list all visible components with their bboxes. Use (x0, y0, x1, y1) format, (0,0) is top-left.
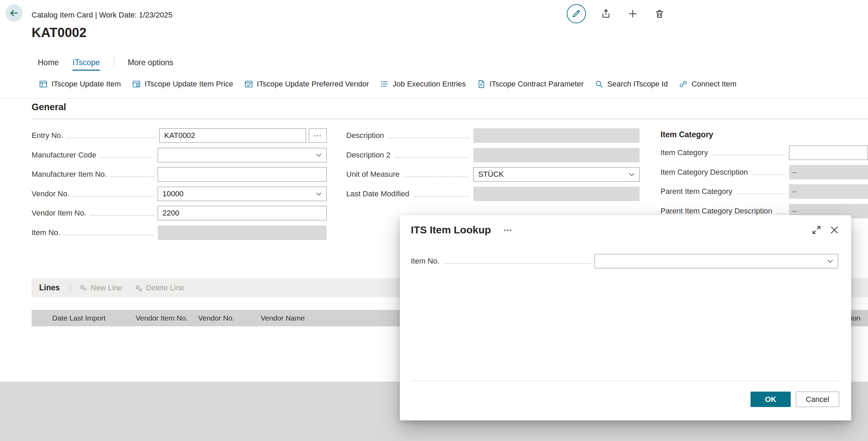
column-header-vendor-name[interactable]: Vendor Name (261, 310, 305, 326)
action-label: Job Execution Entries (393, 80, 466, 89)
field-row-last-date-modified: Last Date Modified (346, 184, 640, 204)
dotted-leader (404, 176, 469, 177)
unit-of-measure-label: Unit of Measure (346, 170, 399, 179)
column-header-date-last-import[interactable]: Date Last Import (52, 310, 105, 326)
chevron-down-icon[interactable] (628, 171, 635, 178)
general-column-left: Entry No. ... Manufacturer Code Manufact… (32, 126, 327, 242)
delete-line-label: Delete Line (146, 283, 184, 292)
dotted-leader (736, 194, 785, 194)
last-date-modified-field (473, 187, 640, 201)
dotted-leader (394, 157, 469, 158)
last-date-modified-label: Last Date Modified (346, 189, 409, 198)
dotted-leader (67, 138, 155, 138)
pencil-icon (572, 9, 581, 19)
dialog-close-button[interactable] (829, 225, 839, 235)
chevron-down-icon[interactable] (315, 151, 323, 159)
description-field (473, 128, 640, 143)
new-line-label: New Line (91, 283, 122, 292)
action-itscope-update-preferred-vendor[interactable]: ITscope Update Preferred Vendor (244, 80, 369, 89)
dialog-item-no-input[interactable] (595, 254, 838, 268)
action-ribbon: ITscope Update Item ITscope Update Item … (39, 76, 736, 93)
chevron-down-icon[interactable] (315, 190, 323, 198)
new-line-icon (79, 284, 88, 292)
arrow-left-icon (9, 8, 19, 18)
tab-itscope[interactable]: ITscope (72, 58, 100, 71)
lines-caption: Lines (39, 283, 60, 292)
ribbon-divider (0, 98, 868, 99)
action-itscope-update-item-price[interactable]: ITscope Update Item Price (132, 80, 233, 89)
field-row-vendor-no: Vendor No. (32, 184, 327, 204)
action-connect-item[interactable]: Connect Item (679, 80, 736, 89)
column-header-vendor-item-no[interactable]: Vendor Item No. (136, 310, 188, 326)
dotted-leader (712, 155, 785, 155)
field-row-item-category: Item Category (661, 143, 868, 163)
description-2-label: Description 2 (346, 151, 390, 160)
dotted-leader (64, 235, 154, 235)
item-category-group: Item Category Item Category Item Categor… (661, 126, 868, 221)
action-itscope-contract-parameter[interactable]: ITscope Contract Parameter (477, 80, 584, 89)
delete-record-button[interactable] (653, 7, 666, 21)
entry-no-input[interactable] (159, 128, 306, 143)
action-label: ITscope Update Item (52, 80, 121, 89)
field-row-item-no: Item No. (32, 223, 327, 243)
vendor-item-no-input[interactable] (158, 206, 327, 220)
column-header-vendor-no[interactable]: Vendor No. (198, 310, 234, 326)
vendor-no-input[interactable] (158, 187, 327, 201)
dialog-divider (411, 381, 839, 381)
action-itscope-update-item[interactable]: ITscope Update Item (39, 80, 121, 89)
catalog-item-card-page: Catalog Item Card | Work Date: 1/23/2025… (0, 0, 868, 441)
action-job-execution-entries[interactable]: Job Execution Entries (380, 80, 466, 89)
tab-strip: Home ITscope More options (38, 54, 187, 71)
ellipsis-icon (503, 225, 512, 235)
manufacturer-code-input[interactable] (158, 148, 327, 162)
manufacturer-item-no-label: Manufacturer Item No. (32, 170, 107, 179)
toolbar-divider (70, 283, 70, 293)
item-category-section-title: Item Category (661, 126, 868, 143)
unit-of-measure-combo[interactable] (473, 167, 640, 182)
dialog-item-no-label: Item No. (411, 257, 439, 266)
topbar-actions (567, 4, 666, 24)
description-label: Description (346, 131, 384, 140)
tab-home[interactable]: Home (38, 58, 59, 71)
update-item-price-icon (132, 80, 141, 89)
entry-no-assist-button[interactable]: ... (309, 128, 327, 143)
section-divider (32, 119, 868, 119)
item-no-label: Item No. (32, 228, 60, 237)
tab-divider (114, 58, 114, 67)
vendor-no-combo[interactable] (158, 187, 327, 201)
tab-more-options[interactable]: More options (128, 58, 173, 71)
vendor-no-label: Vendor No. (32, 189, 69, 198)
manufacturer-item-no-input[interactable] (158, 167, 327, 182)
action-search-itscope-id[interactable]: Search ITscope Id (595, 80, 668, 89)
dialog-more-options-button[interactable] (503, 225, 512, 235)
close-icon (829, 225, 839, 235)
field-row-entry-no: Entry No. ... (32, 126, 327, 146)
dialog-item-no-combo[interactable] (595, 254, 838, 268)
parent-item-category-label: Parent Item Category (661, 187, 732, 196)
new-record-button[interactable] (626, 7, 640, 21)
edit-button[interactable] (567, 4, 586, 23)
action-label: ITscope Contract Parameter (489, 80, 584, 89)
share-icon (601, 9, 611, 19)
back-button[interactable] (5, 4, 23, 22)
dialog-expand-button[interactable] (811, 225, 822, 235)
parent-item-category-field: – (789, 184, 868, 199)
unit-of-measure-input[interactable] (473, 167, 640, 182)
action-label: Connect Item (691, 80, 736, 89)
action-label: Search ITscope Id (607, 80, 668, 89)
cancel-button[interactable]: Cancel (796, 392, 839, 407)
chevron-down-icon[interactable] (826, 257, 834, 265)
share-button[interactable] (599, 7, 613, 21)
field-row-manufacturer-item-no: Manufacturer Item No. (32, 165, 327, 184)
section-title-general[interactable]: General (32, 102, 66, 113)
dotted-leader (413, 196, 469, 197)
delete-line-button[interactable]: Delete Line (135, 283, 184, 292)
update-item-icon (39, 80, 48, 89)
dotted-leader (752, 174, 785, 175)
new-line-button[interactable]: New Line (79, 283, 122, 292)
ok-button[interactable]: OK (751, 392, 791, 407)
item-category-input[interactable] (789, 146, 868, 160)
manufacturer-code-combo[interactable] (158, 148, 327, 162)
window-caption: Catalog Item Card | Work Date: 1/23/2025 (32, 11, 172, 20)
field-row-parent-item-category: Parent Item Category – (661, 182, 868, 201)
